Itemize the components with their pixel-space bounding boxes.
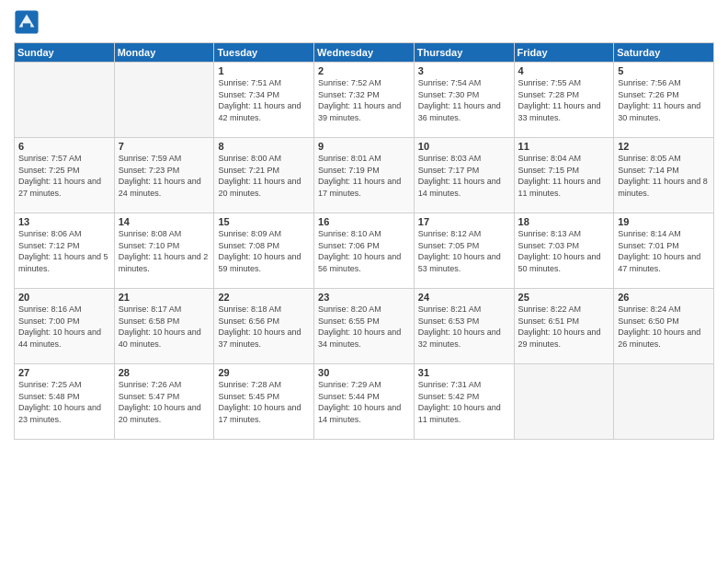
day-info: Sunrise: 8:16 AMSunset: 7:00 PMDaylight:… <box>18 304 110 350</box>
day-number: 1 <box>218 65 310 76</box>
logo-icon <box>14 9 40 35</box>
day-info: Sunrise: 8:24 AMSunset: 6:50 PMDaylight:… <box>618 304 710 350</box>
weekday-header-row: SundayMondayTuesdayWednesdayThursdayFrid… <box>15 43 714 63</box>
day-info: Sunrise: 7:54 AMSunset: 7:30 PMDaylight:… <box>418 77 510 123</box>
calendar-cell <box>15 63 115 138</box>
day-number: 18 <box>518 216 610 227</box>
day-info: Sunrise: 8:00 AMSunset: 7:21 PMDaylight:… <box>218 153 310 199</box>
day-number: 22 <box>218 292 310 303</box>
day-number: 10 <box>418 141 510 152</box>
calendar-cell: 30Sunrise: 7:29 AMSunset: 5:44 PMDayligh… <box>314 364 415 440</box>
day-info: Sunrise: 7:31 AMSunset: 5:42 PMDaylight:… <box>418 379 510 425</box>
weekday-header-sunday: Sunday <box>15 43 115 63</box>
calendar-week-3: 13Sunrise: 8:06 AMSunset: 7:12 PMDayligh… <box>15 213 714 289</box>
calendar-cell: 9Sunrise: 8:01 AMSunset: 7:19 PMDaylight… <box>314 138 415 213</box>
day-info: Sunrise: 8:04 AMSunset: 7:15 PMDaylight:… <box>518 153 610 199</box>
calendar-cell: 13Sunrise: 8:06 AMSunset: 7:12 PMDayligh… <box>15 213 115 289</box>
calendar-cell: 8Sunrise: 8:00 AMSunset: 7:21 PMDaylight… <box>214 138 314 213</box>
day-number: 17 <box>418 216 510 227</box>
day-info: Sunrise: 7:56 AMSunset: 7:26 PMDaylight:… <box>618 77 710 123</box>
calendar-cell: 10Sunrise: 8:03 AMSunset: 7:17 PMDayligh… <box>414 138 514 213</box>
day-info: Sunrise: 8:18 AMSunset: 6:56 PMDaylight:… <box>218 304 310 350</box>
calendar-cell: 16Sunrise: 8:10 AMSunset: 7:06 PMDayligh… <box>314 213 415 289</box>
calendar-week-5: 27Sunrise: 7:25 AMSunset: 5:48 PMDayligh… <box>15 364 714 440</box>
weekday-header-wednesday: Wednesday <box>314 43 415 63</box>
day-number: 3 <box>418 65 510 76</box>
calendar-cell: 11Sunrise: 8:04 AMSunset: 7:15 PMDayligh… <box>514 138 614 213</box>
calendar-cell: 7Sunrise: 7:59 AMSunset: 7:23 PMDaylight… <box>114 138 214 213</box>
calendar-cell: 31Sunrise: 7:31 AMSunset: 5:42 PMDayligh… <box>414 364 514 440</box>
calendar-cell: 22Sunrise: 8:18 AMSunset: 6:56 PMDayligh… <box>214 289 314 364</box>
calendar-cell: 4Sunrise: 7:55 AMSunset: 7:28 PMDaylight… <box>514 63 614 138</box>
day-info: Sunrise: 7:59 AMSunset: 7:23 PMDaylight:… <box>119 153 210 199</box>
calendar-cell <box>614 364 714 440</box>
day-info: Sunrise: 8:21 AMSunset: 6:53 PMDaylight:… <box>418 304 510 350</box>
day-number: 26 <box>618 292 710 303</box>
day-info: Sunrise: 8:08 AMSunset: 7:10 PMDaylight:… <box>119 228 210 274</box>
calendar-cell <box>514 364 614 440</box>
day-number: 5 <box>618 65 710 76</box>
day-info: Sunrise: 7:51 AMSunset: 7:34 PMDaylight:… <box>218 77 310 123</box>
calendar-cell: 17Sunrise: 8:12 AMSunset: 7:05 PMDayligh… <box>414 213 514 289</box>
calendar-week-2: 6Sunrise: 7:57 AMSunset: 7:25 PMDaylight… <box>15 138 714 213</box>
page-header <box>14 9 714 35</box>
day-number: 27 <box>18 367 110 378</box>
day-number: 23 <box>318 292 410 303</box>
calendar-cell: 12Sunrise: 8:05 AMSunset: 7:14 PMDayligh… <box>614 138 714 213</box>
day-number: 19 <box>618 216 710 227</box>
day-info: Sunrise: 8:12 AMSunset: 7:05 PMDaylight:… <box>418 228 510 274</box>
day-number: 13 <box>18 216 110 227</box>
calendar-cell: 20Sunrise: 8:16 AMSunset: 7:00 PMDayligh… <box>15 289 115 364</box>
calendar-cell: 25Sunrise: 8:22 AMSunset: 6:51 PMDayligh… <box>514 289 614 364</box>
calendar-container: SundayMondayTuesdayWednesdayThursdayFrid… <box>0 0 728 563</box>
day-info: Sunrise: 7:55 AMSunset: 7:28 PMDaylight:… <box>518 77 610 123</box>
day-info: Sunrise: 8:10 AMSunset: 7:06 PMDaylight:… <box>318 228 410 274</box>
day-number: 7 <box>119 141 210 152</box>
calendar-week-1: 1Sunrise: 7:51 AMSunset: 7:34 PMDaylight… <box>15 63 714 138</box>
day-info: Sunrise: 8:06 AMSunset: 7:12 PMDaylight:… <box>18 228 110 274</box>
day-number: 4 <box>518 65 610 76</box>
day-number: 29 <box>218 367 310 378</box>
day-number: 31 <box>418 367 510 378</box>
day-info: Sunrise: 8:14 AMSunset: 7:01 PMDaylight:… <box>618 228 710 274</box>
day-info: Sunrise: 7:52 AMSunset: 7:32 PMDaylight:… <box>318 77 410 123</box>
calendar-week-4: 20Sunrise: 8:16 AMSunset: 7:00 PMDayligh… <box>15 289 714 364</box>
day-info: Sunrise: 8:17 AMSunset: 6:58 PMDaylight:… <box>119 304 210 350</box>
calendar-cell: 29Sunrise: 7:28 AMSunset: 5:45 PMDayligh… <box>214 364 314 440</box>
day-number: 11 <box>518 141 610 152</box>
calendar-cell: 3Sunrise: 7:54 AMSunset: 7:30 PMDaylight… <box>414 63 514 138</box>
weekday-header-monday: Monday <box>114 43 214 63</box>
weekday-header-thursday: Thursday <box>414 43 514 63</box>
day-info: Sunrise: 8:13 AMSunset: 7:03 PMDaylight:… <box>518 228 610 274</box>
day-info: Sunrise: 7:25 AMSunset: 5:48 PMDaylight:… <box>18 379 110 425</box>
day-info: Sunrise: 7:29 AMSunset: 5:44 PMDaylight:… <box>318 379 410 425</box>
day-number: 20 <box>18 292 110 303</box>
svg-rect-2 <box>23 23 30 29</box>
day-number: 2 <box>318 65 410 76</box>
calendar-cell: 6Sunrise: 7:57 AMSunset: 7:25 PMDaylight… <box>15 138 115 213</box>
day-number: 24 <box>418 292 510 303</box>
day-number: 16 <box>318 216 410 227</box>
day-number: 14 <box>119 216 210 227</box>
logo <box>14 9 43 35</box>
weekday-header-friday: Friday <box>514 43 614 63</box>
calendar-cell: 18Sunrise: 8:13 AMSunset: 7:03 PMDayligh… <box>514 213 614 289</box>
day-info: Sunrise: 8:22 AMSunset: 6:51 PMDaylight:… <box>518 304 610 350</box>
calendar-cell: 23Sunrise: 8:20 AMSunset: 6:55 PMDayligh… <box>314 289 415 364</box>
weekday-header-saturday: Saturday <box>614 43 714 63</box>
day-number: 30 <box>318 367 410 378</box>
day-number: 15 <box>218 216 310 227</box>
calendar-cell: 24Sunrise: 8:21 AMSunset: 6:53 PMDayligh… <box>414 289 514 364</box>
calendar-cell: 19Sunrise: 8:14 AMSunset: 7:01 PMDayligh… <box>614 213 714 289</box>
calendar-cell: 28Sunrise: 7:26 AMSunset: 5:47 PMDayligh… <box>114 364 214 440</box>
calendar-cell: 5Sunrise: 7:56 AMSunset: 7:26 PMDaylight… <box>614 63 714 138</box>
calendar-cell: 2Sunrise: 7:52 AMSunset: 7:32 PMDaylight… <box>314 63 415 138</box>
day-number: 21 <box>119 292 210 303</box>
day-info: Sunrise: 7:28 AMSunset: 5:45 PMDaylight:… <box>218 379 310 425</box>
calendar-cell: 21Sunrise: 8:17 AMSunset: 6:58 PMDayligh… <box>114 289 214 364</box>
weekday-header-tuesday: Tuesday <box>214 43 314 63</box>
day-info: Sunrise: 7:57 AMSunset: 7:25 PMDaylight:… <box>18 153 110 199</box>
day-info: Sunrise: 7:26 AMSunset: 5:47 PMDaylight:… <box>119 379 210 425</box>
calendar-cell: 27Sunrise: 7:25 AMSunset: 5:48 PMDayligh… <box>15 364 115 440</box>
day-info: Sunrise: 8:01 AMSunset: 7:19 PMDaylight:… <box>318 153 410 199</box>
